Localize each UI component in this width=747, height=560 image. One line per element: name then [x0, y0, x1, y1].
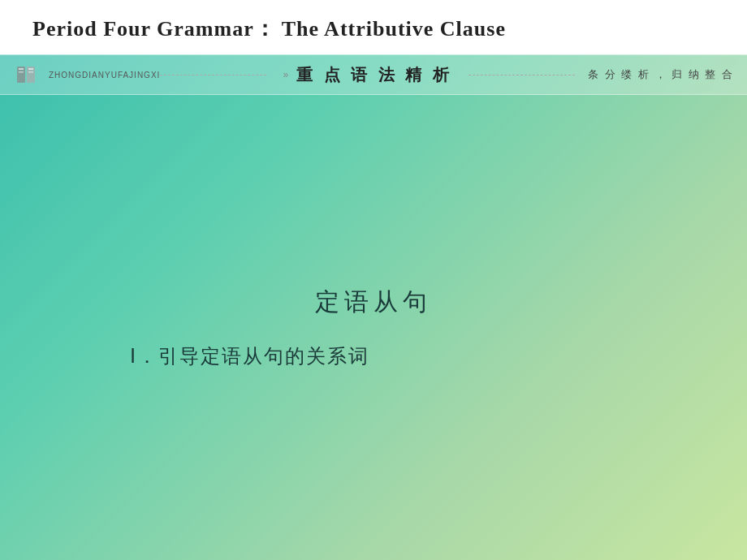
main-content: ZHONGDIANYUFAJINGXI » 重 点 语 法 精 析 条 分 缕 … — [0, 54, 747, 560]
svg-rect-5 — [28, 71, 33, 73]
svg-rect-4 — [28, 68, 33, 70]
banner-left: ZHONGDIANYUFAJINGXI — [13, 62, 160, 88]
banner-dots-line-right — [468, 75, 575, 75]
banner-strip: ZHONGDIANYUFAJINGXI » 重 点 语 法 精 析 条 分 缕 … — [0, 54, 747, 95]
content-body: 定语从句 Ⅰ．引导定语从句的关系词 — [0, 95, 747, 560]
main-heading: 定语从句 — [315, 286, 432, 319]
svg-rect-1 — [19, 68, 24, 70]
title-bar: Period Four Grammar： The Attributive Cla… — [0, 0, 747, 54]
banner-chevron: » — [283, 69, 288, 80]
app: Period Four Grammar： The Attributive Cla… — [0, 0, 747, 560]
sub-heading: Ⅰ．引导定语从句的关系词 — [130, 343, 617, 369]
banner-logo-text: ZHONGDIANYUFAJINGXI — [49, 71, 160, 80]
banner-right-text: 条 分 缕 析 ， 归 纳 整 合 — [588, 67, 734, 82]
banner-dots-line — [160, 75, 266, 75]
banner-title-zh: 重 点 语 法 精 析 — [296, 64, 452, 86]
svg-rect-2 — [19, 71, 24, 73]
book-icon — [13, 62, 39, 88]
page-title: Period Four Grammar： The Attributive Cla… — [32, 15, 715, 43]
